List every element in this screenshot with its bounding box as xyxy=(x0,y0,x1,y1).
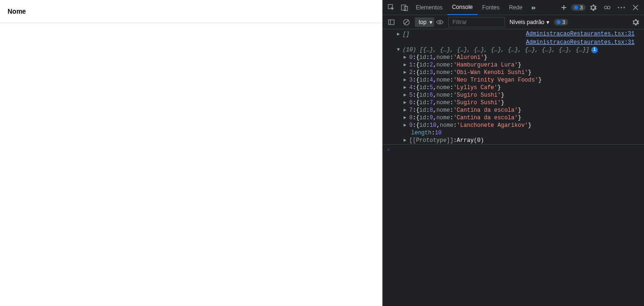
entry-id: 7 xyxy=(429,99,433,107)
tab-console[interactable]: Console xyxy=(447,0,478,15)
source-file-link[interactable]: AdministracaoRestaurantes.tsx:31 xyxy=(526,39,635,46)
array-entry-row[interactable]: ▶0: {id: 1, nome: 'Aluroni'} xyxy=(383,54,644,61)
log-source-link[interactable]: AdministracaoRestaurantes.tsx:31 xyxy=(526,39,640,46)
array-preview: [{…}, {…}, {…}, {…}, {…}, {…}, {…}, {…},… xyxy=(420,46,589,54)
table-header-nome: Nome xyxy=(0,0,382,23)
svg-point-14 xyxy=(439,21,441,23)
log-levels-selector[interactable]: Níveis padrão ▾ xyxy=(507,19,552,25)
entry-nome: 'Sugiro Sushi' xyxy=(454,91,501,99)
array-header-row[interactable]: ▼ (10) [{…}, {…}, {…}, {…}, {…}, {…}, {…… xyxy=(383,46,644,54)
experiments-icon[interactable] xyxy=(601,1,614,14)
settings-gear-icon[interactable] xyxy=(586,1,600,14)
prototype-value: Array(0) xyxy=(457,137,484,144)
entry-nome: 'Lanchonete Agarikov' xyxy=(457,122,528,129)
array-entry-row[interactable]: ▶6: {id: 7, nome: 'Sugiro Sushi'} xyxy=(383,99,644,107)
entry-index: 6 xyxy=(409,99,413,107)
info-icon[interactable]: i xyxy=(591,47,598,53)
entry-index: 3 xyxy=(409,76,413,84)
expand-arrow-icon[interactable]: ▶ xyxy=(404,107,408,114)
expand-arrow-icon[interactable]: ▶ xyxy=(404,137,408,144)
entry-nome: 'Hamburgueria Lura' xyxy=(454,61,518,69)
expand-arrow-icon[interactable]: ▶ xyxy=(404,61,408,69)
length-row: length: 10 xyxy=(383,129,644,137)
array-entry-row[interactable]: ▶2: {id: 3, nome: 'Obi-Wan Kenobi Sushi'… xyxy=(383,69,644,76)
length-value: 10 xyxy=(435,129,441,137)
array-entry-row[interactable]: ▶7: {id: 8, nome: 'Cantina da escola'} xyxy=(383,107,644,114)
entry-index: 8 xyxy=(409,114,413,122)
source-file-link[interactable]: AdministracaoRestaurantes.tsx:31 xyxy=(526,31,635,37)
expand-arrow-icon[interactable]: ▶ xyxy=(404,122,408,129)
svg-line-13 xyxy=(405,20,408,24)
inspect-element-icon[interactable] xyxy=(385,1,398,14)
device-toolbar-icon[interactable] xyxy=(398,1,411,14)
expand-arrow-icon[interactable]: ▶ xyxy=(404,84,408,91)
svg-rect-4 xyxy=(561,7,566,8)
entry-nome: 'Cantina da escola' xyxy=(454,107,518,114)
entry-index: 0 xyxy=(409,54,413,61)
array-entry-row[interactable]: ▶5: {id: 6, nome: 'Sugiro Sushi'} xyxy=(383,91,644,99)
expand-arrow-icon[interactable]: ▶ xyxy=(404,69,408,76)
devtools-tabs: Elementos Console Fontes Rede xyxy=(411,0,527,15)
toolbar-issues-badge[interactable]: 3 xyxy=(554,19,568,25)
expand-arrow-icon[interactable]: ▶ xyxy=(404,114,408,122)
issues-dot-icon xyxy=(557,20,561,24)
expand-arrow-icon[interactable]: ▶ xyxy=(404,54,408,61)
entry-id: 2 xyxy=(429,61,433,69)
collapse-arrow-icon[interactable]: ▼ xyxy=(397,46,402,54)
svg-point-9 xyxy=(624,7,625,8)
tab-sources[interactable]: Fontes xyxy=(478,0,504,15)
entry-id: 8 xyxy=(429,107,433,114)
entry-nome: 'Neo Trinity Vegan Foods' xyxy=(454,76,538,84)
log-value: [] xyxy=(403,31,409,38)
more-tabs-chevron-icon[interactable] xyxy=(527,1,540,14)
entry-nome: 'Cantina da escola' xyxy=(454,114,518,122)
tab-elements[interactable]: Elementos xyxy=(411,0,447,15)
expand-arrow-icon[interactable]: ▶ xyxy=(404,91,408,99)
filter-input[interactable] xyxy=(448,17,505,27)
entry-id: 4 xyxy=(429,76,433,84)
prompt-chevron-icon: › xyxy=(387,147,390,153)
prototype-row[interactable]: ▶ [[Prototype]]: Array(0) xyxy=(383,137,644,144)
array-count: (10) xyxy=(403,46,416,54)
issues-badge[interactable]: 3 xyxy=(571,4,586,11)
svg-point-8 xyxy=(621,7,622,8)
entry-nome: 'Aluroni' xyxy=(454,54,484,61)
console-settings-gear-icon[interactable] xyxy=(629,16,642,29)
more-menu-icon[interactable] xyxy=(615,1,628,14)
log-row[interactable]: ▶ [] AdministracaoRestaurantes.tsx:31 xyxy=(383,30,644,39)
console-prompt[interactable]: › xyxy=(383,144,644,155)
entry-index: 9 xyxy=(409,122,413,129)
entry-index: 7 xyxy=(409,107,413,114)
tab-network[interactable]: Rede xyxy=(504,0,527,15)
length-key: length xyxy=(411,129,431,137)
array-entry-row[interactable]: ▶8: {id: 9, nome: 'Cantina da escola'} xyxy=(383,114,644,122)
live-expression-icon[interactable] xyxy=(436,18,446,26)
toolbar-issues-count: 3 xyxy=(562,19,565,25)
array-entry-row[interactable]: ▶9: {id: 10, nome: 'Lanchonete Agarikov'… xyxy=(383,122,644,129)
array-entry-row[interactable]: ▶1: {id: 2, nome: 'Hamburgueria Lura'} xyxy=(383,61,644,69)
levels-label: Níveis padrão xyxy=(510,19,545,25)
entry-index: 4 xyxy=(409,84,413,91)
toggle-sidebar-icon[interactable] xyxy=(385,16,398,29)
entry-index: 2 xyxy=(409,69,413,76)
svg-point-6 xyxy=(607,6,610,9)
entry-id: 10 xyxy=(429,122,436,129)
devtools-topbar: Elementos Console Fontes Rede 3 xyxy=(383,0,644,15)
entry-id: 9 xyxy=(429,114,433,122)
expand-arrow-icon[interactable]: ▶ xyxy=(404,99,408,107)
entry-id: 5 xyxy=(429,84,433,91)
new-tab-plus-icon[interactable] xyxy=(557,1,570,14)
restaurant-table: Nome xyxy=(0,0,382,23)
chevron-down-icon: ▾ xyxy=(429,19,432,25)
context-selector[interactable]: top ▾ xyxy=(415,17,434,27)
array-entry-row[interactable]: ▶4: {id: 5, nome: 'Lyllys Cafe'} xyxy=(383,84,644,91)
array-entry-row[interactable]: ▶3: {id: 4, nome: 'Neo Trinity Vegan Foo… xyxy=(383,76,644,84)
log-source-link[interactable]: AdministracaoRestaurantes.tsx:31 xyxy=(526,31,640,38)
expand-arrow-icon[interactable]: ▶ xyxy=(397,31,402,38)
issues-count: 3 xyxy=(580,5,583,10)
clear-console-icon[interactable] xyxy=(400,16,413,29)
close-devtools-icon[interactable] xyxy=(629,1,642,14)
svg-point-7 xyxy=(618,7,619,8)
expand-arrow-icon[interactable]: ▶ xyxy=(404,76,408,84)
chevron-down-icon: ▾ xyxy=(546,19,549,25)
